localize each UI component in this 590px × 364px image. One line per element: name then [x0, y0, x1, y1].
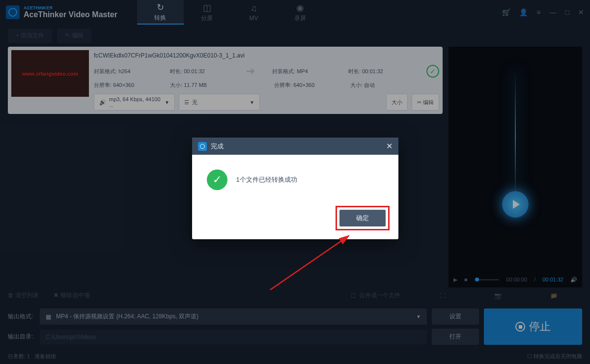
dialog-message: 1个文件已经转换成功 — [236, 175, 297, 184]
ok-button[interactable]: 确定 — [339, 210, 386, 226]
dialog-title: 完成 — [211, 142, 224, 151]
completion-dialog: 完成 ✕ ✓ 1个文件已经转换成功 确定 — [192, 138, 398, 239]
success-icon: ✓ — [207, 169, 227, 190]
modal-overlay: 完成 ✕ ✓ 1个文件已经转换成功 确定 — [0, 0, 590, 364]
dialog-close-button[interactable]: ✕ — [386, 141, 393, 151]
ok-highlight: 确定 — [336, 206, 390, 230]
dialog-logo-icon — [198, 142, 207, 151]
